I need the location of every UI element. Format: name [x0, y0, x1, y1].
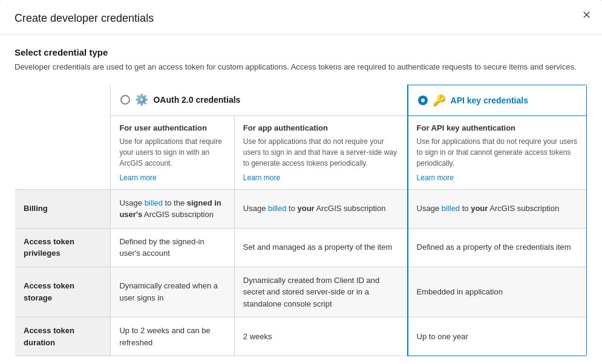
storage-oauth1-cell: Dynamically created when a user signs in	[111, 267, 234, 317]
storage-row: Access token storage Dynamically created…	[15, 267, 587, 317]
storage-oauth2-cell: Dynamically created from Client ID and s…	[234, 267, 407, 317]
oauth2-subheader-cell: For app authentication Use for applicati…	[234, 115, 407, 189]
oauth1-subheader-cell: For user authentication Use for applicat…	[111, 115, 234, 189]
storage-label: Access token storage	[15, 267, 111, 317]
billing-apikey-bold: your	[471, 204, 488, 213]
billing-oauth2-bold: your	[297, 204, 314, 213]
oauth-header-cell[interactable]: ⚙️ OAuth 2.0 credentials	[111, 85, 408, 116]
apikey-learn-more[interactable]: Learn more	[417, 174, 454, 182]
duration-label: Access token duration	[15, 317, 111, 356]
privileges-oauth2-cell: Set and managed as a property of the ite…	[234, 228, 407, 267]
apikey-label: API key credentials	[451, 96, 528, 105]
privileges-row: Access token privileges Defined by the s…	[15, 228, 587, 267]
empty-subheader-cell	[15, 115, 111, 189]
billing-apikey-cell: Usage billed to your ArcGIS subscription	[408, 189, 587, 228]
billing-oauth1-cell: Usage billed to the signed in user's Arc…	[111, 189, 234, 228]
credentials-table: ⚙️ OAuth 2.0 credentials 🔑 API key crede…	[15, 84, 587, 357]
billing-oauth1-billed-link[interactable]: billed	[145, 198, 163, 207]
oauth1-learn-more[interactable]: Learn more	[119, 174, 156, 182]
oauth-label: OAuth 2.0 credentials	[153, 95, 240, 105]
empty-header-cell	[15, 85, 111, 116]
oauth-radio[interactable]	[120, 95, 130, 105]
duration-apikey-cell: Up to one year	[408, 317, 587, 356]
privileges-label: Access token privileges	[15, 228, 111, 267]
duration-row: Access token duration Up to 2 weeks and …	[15, 317, 587, 356]
duration-oauth2-cell: 2 weeks	[234, 317, 407, 356]
apikey-desc: Use for applications that do not require…	[417, 136, 578, 169]
apikey-header-cell[interactable]: 🔑 API key credentials	[408, 85, 587, 116]
oauth-icon: ⚙️	[135, 93, 148, 106]
section-title: Select credential type	[15, 47, 587, 57]
modal-header: Create developer credentials ✕	[0, 0, 602, 35]
modal-body: Select credential type Developer credent…	[0, 35, 602, 364]
billing-row: Billing Usage billed to the signed in us…	[15, 189, 587, 228]
close-button[interactable]: ✕	[582, 10, 591, 21]
billing-oauth2-cell: Usage billed to your ArcGIS subscription	[234, 189, 407, 228]
oauth2-subtitle: For app authentication	[243, 123, 399, 132]
billing-apikey-billed-link[interactable]: billed	[442, 204, 460, 213]
billing-oauth2-billed-link[interactable]: billed	[268, 204, 286, 213]
apikey-subtitle: For API key authentication	[417, 123, 578, 132]
oauth2-learn-more[interactable]: Learn more	[243, 174, 280, 182]
privileges-apikey-cell: Defined as a property of the credentials…	[408, 228, 587, 267]
storage-apikey-cell: Embedded in application	[408, 267, 587, 317]
oauth1-subtitle: For user authentication	[119, 123, 225, 132]
table-header-row: ⚙️ OAuth 2.0 credentials 🔑 API key crede…	[15, 85, 587, 116]
modal-title: Create developer credentials	[15, 12, 587, 25]
duration-oauth1-cell: Up to 2 weeks and can be refreshed	[111, 317, 234, 356]
apikey-icon: 🔑	[433, 94, 446, 107]
oauth1-desc: Use for applications that require your u…	[119, 136, 225, 169]
table-subheader-row: For user authentication Use for applicat…	[15, 115, 587, 189]
oauth-option-header: ⚙️ OAuth 2.0 credentials	[120, 93, 397, 106]
billing-label: Billing	[15, 189, 111, 228]
apikey-option-header: 🔑 API key credentials	[418, 94, 577, 107]
oauth2-desc: Use for applications that do not require…	[243, 136, 399, 169]
apikey-subheader-cell: For API key authentication Use for appli…	[408, 115, 587, 189]
privileges-oauth1-cell: Defined by the signed-in user's account	[111, 228, 234, 267]
create-credentials-modal: Create developer credentials ✕ Select cr…	[0, 0, 602, 364]
apikey-radio[interactable]	[418, 96, 428, 105]
billing-oauth1-bold: signed in user's	[119, 198, 221, 219]
section-description: Developer credentials are used to get an…	[15, 61, 587, 73]
